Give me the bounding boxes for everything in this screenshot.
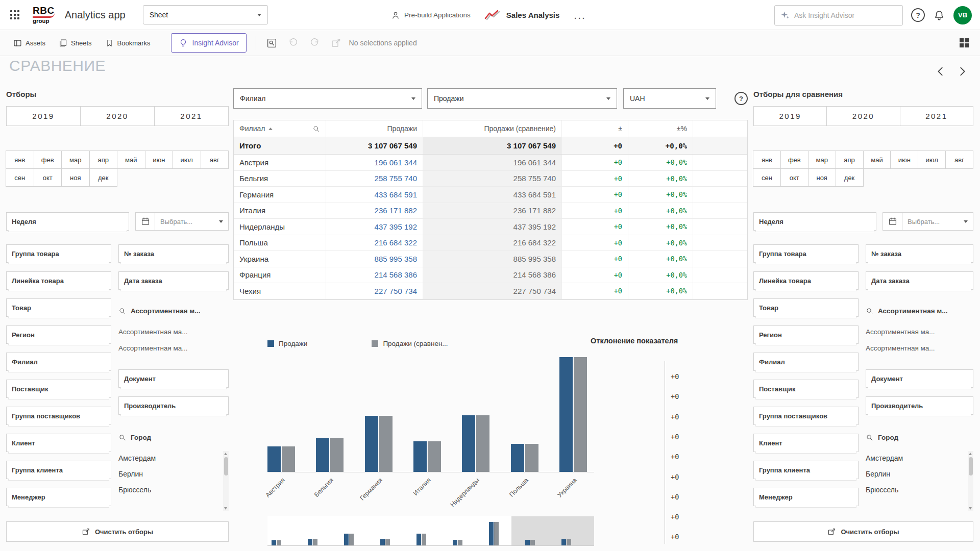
month-button[interactable]: фев: [34, 151, 62, 169]
month-button[interactable]: ноя: [808, 168, 836, 187]
column-header-delta[interactable]: ±: [561, 120, 628, 137]
bar-group[interactable]: [267, 446, 295, 472]
filter-field[interactable]: Клиент: [753, 434, 859, 452]
comparison-bar[interactable]: [476, 415, 489, 472]
assortment-list-item[interactable]: Ассортиментная ма...: [866, 323, 973, 340]
bar-group[interactable]: [559, 357, 587, 472]
measure-dropdown[interactable]: Продажи: [427, 88, 617, 109]
bookmarks-button[interactable]: Bookmarks: [105, 39, 151, 47]
dimension-cell[interactable]: Нидерланды: [234, 219, 326, 235]
month-button[interactable]: ноя: [61, 168, 90, 187]
mini-bar-group[interactable]: [453, 540, 462, 545]
year-button[interactable]: 2020: [80, 106, 155, 126]
filter-field-order-no[interactable]: № заказа: [866, 244, 973, 263]
x-axis-label[interactable]: Украина: [533, 477, 578, 521]
comparison-bar[interactable]: [525, 444, 538, 472]
month-button[interactable]: июл: [918, 151, 946, 169]
filter-field[interactable]: Группа поставщиков: [6, 407, 111, 425]
year-button[interactable]: 2019: [753, 106, 827, 126]
next-sheet-button[interactable]: [957, 65, 968, 78]
notifications-bell-icon[interactable]: [933, 9, 945, 21]
dimension-cell[interactable]: Украина: [234, 251, 326, 267]
scrollbar-thumb[interactable]: [969, 457, 973, 475]
filter-field[interactable]: Группа поставщиков: [753, 407, 859, 425]
dimension-dropdown[interactable]: Филиал: [233, 88, 422, 109]
filter-field-manufacturer[interactable]: Производитель: [866, 396, 973, 415]
column-header-comparison[interactable]: Продажи (сравнение): [423, 120, 561, 137]
assortment-list-item[interactable]: Ассортиментная ма...: [118, 340, 229, 356]
user-avatar[interactable]: VB: [953, 6, 972, 24]
comparison-bar[interactable]: [428, 441, 441, 472]
sales-bar[interactable]: [559, 357, 573, 472]
month-button[interactable]: сен: [753, 168, 781, 187]
dimension-cell[interactable]: Франция: [234, 267, 326, 283]
prebuild-applications-link[interactable]: Pre-build Applications: [391, 11, 471, 20]
dimension-cell[interactable]: Бельгия: [234, 171, 326, 187]
month-button[interactable]: май: [863, 151, 891, 169]
x-axis-label[interactable]: Нидерланды: [436, 477, 481, 521]
year-button[interactable]: 2019: [6, 106, 81, 126]
filter-field[interactable]: Филиал: [753, 353, 859, 371]
mini-chart-unselected-region[interactable]: [511, 516, 594, 545]
filter-field[interactable]: Клиент: [6, 434, 111, 452]
filter-field[interactable]: Поставщик: [753, 380, 859, 398]
sales-bar[interactable]: [267, 446, 281, 472]
scroll-down-arrow[interactable]: [969, 507, 972, 510]
city-list-item[interactable]: Брюссель: [118, 482, 220, 497]
mini-bar-group[interactable]: [308, 539, 317, 545]
week-filter-field[interactable]: Неделя: [753, 212, 876, 231]
clear-selections-button[interactable]: Очистить отборы: [753, 521, 973, 542]
comparison-bar[interactable]: [282, 446, 295, 472]
city-list-scrollbar[interactable]: [968, 451, 973, 511]
bar-group[interactable]: [511, 444, 538, 472]
filter-field[interactable]: Товар: [6, 298, 111, 317]
x-axis-label[interactable]: Италия: [387, 477, 432, 521]
filter-field-order-date[interactable]: Дата заказа: [118, 271, 229, 290]
calendar-button[interactable]: [883, 213, 902, 230]
mini-bar-group[interactable]: [561, 539, 571, 545]
dimension-cell[interactable]: Польша: [234, 235, 326, 251]
sheets-button[interactable]: Sheets: [59, 39, 91, 47]
x-axis-label[interactable]: Польша: [485, 477, 530, 521]
month-button[interactable]: дек: [89, 168, 118, 187]
filter-field[interactable]: Товар: [753, 298, 859, 317]
year-button[interactable]: 2020: [826, 106, 900, 126]
smart-search-icon[interactable]: [266, 38, 277, 48]
month-button[interactable]: апр: [836, 151, 864, 169]
filter-field[interactable]: Менеджер: [6, 488, 111, 506]
mini-bar-group[interactable]: [525, 540, 535, 545]
month-button[interactable]: мар: [808, 151, 836, 169]
filter-field-document[interactable]: Документ: [866, 369, 973, 388]
search-icon[interactable]: [312, 125, 320, 133]
x-axis-label[interactable]: Австрия: [241, 477, 286, 521]
date-picker[interactable]: Выбрать...: [883, 212, 973, 231]
filter-field[interactable]: Группа клиента: [753, 461, 859, 479]
app-launcher-icon[interactable]: [10, 10, 19, 19]
month-button[interactable]: июл: [173, 151, 201, 169]
filter-field[interactable]: Менеджер: [753, 488, 859, 506]
comparison-bar[interactable]: [574, 357, 587, 472]
chart-help-icon[interactable]: ?: [734, 92, 748, 105]
assortment-listbox-header[interactable]: Ассортиментная м...: [118, 305, 229, 316]
month-button[interactable]: фев: [780, 151, 808, 169]
mini-bar-group[interactable]: [489, 522, 499, 545]
ask-insight-advisor-input[interactable]: [794, 11, 897, 19]
month-button[interactable]: авг: [945, 151, 973, 169]
city-list-item[interactable]: Берлин: [118, 466, 220, 482]
filter-field[interactable]: Регион: [753, 325, 859, 344]
month-button[interactable]: июн: [890, 151, 918, 169]
filter-field[interactable]: Линейка товара: [753, 271, 859, 290]
sheet-layout-icon[interactable]: [960, 38, 969, 48]
comparison-bar[interactable]: [379, 416, 393, 472]
filter-field-order-no[interactable]: № заказа: [118, 244, 229, 263]
current-app[interactable]: Sales Analysis: [484, 9, 560, 21]
x-axis-label[interactable]: Германия: [339, 477, 384, 521]
clear-selections-button[interactable]: Очистить отборы: [6, 521, 229, 542]
mini-bar-group[interactable]: [344, 534, 354, 545]
scroll-up-arrow[interactable]: [969, 453, 972, 455]
filter-field[interactable]: Поставщик: [6, 380, 111, 398]
assortment-list-item[interactable]: Ассортиментная ма...: [118, 323, 229, 340]
month-button[interactable]: июн: [145, 151, 174, 169]
month-button[interactable]: окт: [34, 168, 62, 187]
month-button[interactable]: сен: [6, 168, 34, 187]
